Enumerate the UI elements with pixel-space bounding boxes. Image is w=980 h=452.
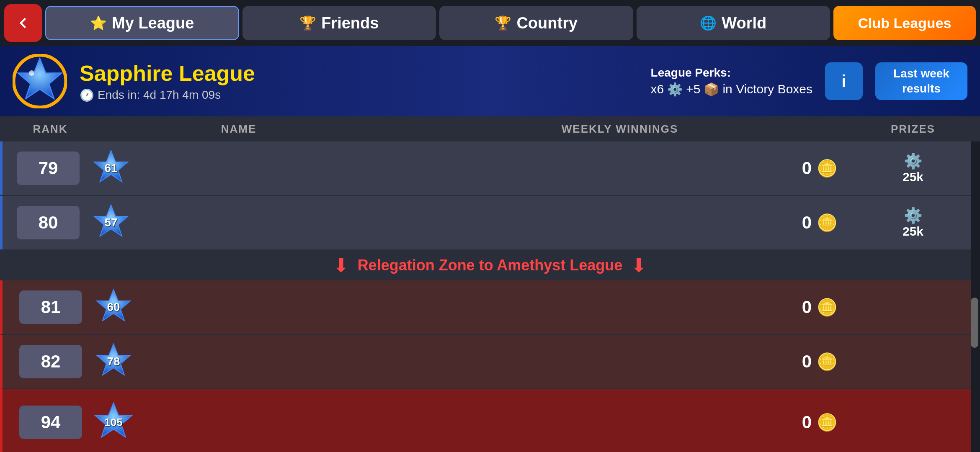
rank-value: 82 — [19, 345, 82, 378]
scrollbar-thumb[interactable] — [971, 298, 978, 348]
table-row-current-player: 94 105 0 🪙 — [0, 389, 980, 452]
tab-my-league-label: My League — [112, 14, 194, 32]
player-level: 60 — [107, 300, 120, 314]
arrow-down-icon: ⬇ — [333, 254, 349, 277]
player-star: 57 — [88, 200, 134, 246]
tab-world[interactable]: 🌐 World — [637, 6, 830, 40]
league-info: Sapphire League 🕐 Ends in: 4d 17h 4m 09s — [80, 61, 638, 102]
prize-value: 25k — [903, 224, 923, 239]
winnings-value: 0 — [802, 352, 812, 372]
league-perks: League Perks: x6 ⚙️ +5 📦 in Victory Boxe… — [651, 66, 812, 97]
tab-world-label: World — [722, 14, 766, 32]
svg-point-2 — [29, 70, 34, 76]
player-star: 78 — [90, 339, 137, 385]
tab-country[interactable]: 🏆 Country — [439, 6, 633, 40]
tab-friends[interactable]: 🏆 Friends — [242, 6, 436, 40]
rank-value: 94 — [19, 406, 82, 439]
top-navigation: ⭐ My League 🏆 Friends 🏆 Country 🌐 World … — [0, 0, 980, 46]
relegation-divider: ⬇ Relegation Zone to Amethyst League ⬇ — [0, 250, 980, 280]
player-star: 105 — [90, 399, 137, 445]
league-header: Sapphire League 🕐 Ends in: 4d 17h 4m 09s… — [0, 46, 980, 116]
player-level: 61 — [104, 162, 117, 175]
table-row: 80 57 0 🪙 ⚙️ 25k — [0, 196, 980, 250]
back-button[interactable] — [4, 4, 42, 42]
coin-icon: 🪙 — [817, 213, 838, 233]
prize-area: ⚙️ 25k — [854, 207, 972, 239]
scrollbar[interactable] — [971, 141, 980, 452]
prize-value: 25k — [903, 170, 923, 184]
winnings-value: 0 — [802, 412, 812, 432]
winnings: 0 🪙 — [687, 297, 854, 317]
perks-title: League Perks: — [651, 66, 731, 80]
winnings: 0 🪙 — [687, 158, 854, 178]
player-level: 78 — [107, 355, 120, 368]
table-header: RANK NAME WEEKLY WINNINGS PRIZES — [0, 116, 980, 141]
table-row: 82 78 0 🪙 — [0, 335, 980, 389]
league-ends: 🕐 Ends in: 4d 17h 4m 09s — [80, 88, 638, 102]
tab-country-label: Country — [516, 14, 578, 32]
perks-multiplier: x6 — [651, 82, 664, 96]
winnings-value: 0 — [802, 297, 812, 317]
rank-value: 80 — [17, 206, 80, 239]
player-star: 61 — [88, 145, 134, 191]
prize-icon: ⚙️ — [904, 207, 923, 224]
info-button[interactable]: i — [825, 62, 863, 100]
coin-icon: 🪙 — [817, 159, 838, 178]
coin-icon: 🪙 — [817, 298, 838, 317]
club-leagues-label: Club Leagues — [858, 15, 952, 31]
prize-area: ⚙️ 25k — [854, 152, 972, 184]
perks-content: x6 ⚙️ +5 📦 in Victory Boxes — [651, 82, 812, 97]
coin-icon: 🪙 — [817, 352, 838, 372]
prize-icon: ⚙️ — [904, 152, 923, 170]
header-prizes: PRIZES — [854, 123, 972, 136]
relegation-text: Relegation Zone to Amethyst League — [358, 257, 623, 274]
winnings: 0 🪙 — [687, 213, 854, 233]
tab-my-league[interactable]: ⭐ My League — [45, 6, 239, 40]
friends-icon: 🏆 — [299, 15, 316, 31]
tab-friends-label: Friends — [321, 14, 379, 32]
coin-icon: 🪙 — [817, 413, 838, 432]
table-row: 79 61 0 🪙 ⚙️ 25k — [0, 141, 980, 196]
club-leagues-button[interactable]: Club Leagues — [833, 6, 976, 40]
country-icon: 🏆 — [495, 15, 511, 31]
table-body: 79 61 0 🪙 ⚙️ 25k 80 — [0, 141, 980, 452]
player-star: 60 — [90, 284, 137, 330]
box-icon: 📦 — [704, 82, 719, 97]
player-level: 105 — [104, 416, 122, 429]
last-week-label: Last weekresults — [893, 66, 949, 97]
winnings: 0 🪙 — [687, 352, 854, 372]
header-rank: RANK — [8, 123, 92, 136]
gear-icon: ⚙️ — [667, 82, 683, 97]
svg-marker-1 — [18, 58, 62, 98]
header-name: NAME — [92, 123, 385, 136]
winnings-value: 0 — [802, 213, 812, 233]
player-level: 57 — [104, 216, 117, 229]
star-icon: ⭐ — [90, 15, 107, 31]
row-accent — [0, 141, 3, 195]
rank-value: 79 — [17, 152, 80, 185]
clock-icon: 🕐 — [80, 88, 94, 102]
arrow-down-icon-2: ⬇ — [631, 254, 647, 277]
league-name: Sapphire League — [80, 61, 638, 86]
perks-plus: +5 — [686, 82, 700, 96]
info-icon: i — [841, 72, 846, 91]
header-weekly-winnings: WEEKLY WINNINGS — [385, 123, 854, 136]
winnings: 0 🪙 — [687, 412, 854, 432]
table-row: 81 60 0 🪙 — [0, 280, 980, 335]
rank-value: 81 — [19, 290, 82, 324]
winnings-value: 0 — [802, 158, 812, 178]
perks-in-label: in Victory Boxes — [722, 82, 812, 96]
last-week-button[interactable]: Last weekresults — [875, 62, 967, 100]
row-accent — [0, 196, 3, 249]
world-icon: 🌐 — [700, 15, 717, 31]
league-ends-label: Ends in: 4d 17h 4m 09s — [98, 88, 221, 102]
league-star-icon — [13, 54, 67, 108]
